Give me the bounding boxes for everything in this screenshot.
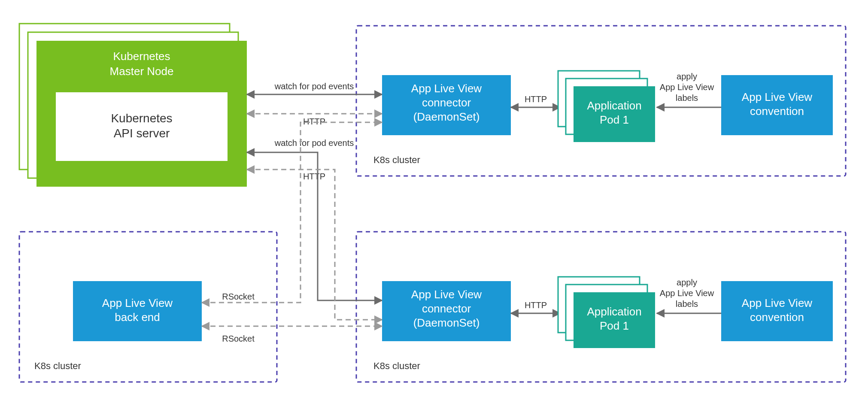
connector-top-l1: App Live View [411, 82, 482, 95]
connector-box-top: App Live View connector (DaemonSet) [382, 75, 511, 135]
svg-text:apply: apply [677, 278, 697, 287]
master-node-label-line2: Master Node [110, 65, 174, 78]
connector-bot-l1: App Live View [411, 288, 482, 301]
pod-top-l1: Application [587, 99, 641, 112]
backend-l2: back end [115, 311, 160, 324]
connector-bot-l3: (DaemonSet) [413, 316, 480, 329]
architecture-diagram: K8s cluster K8s cluster K8s cluster Kube… [0, 0, 868, 409]
cluster-label-bottom-left: K8s cluster [34, 361, 81, 371]
connector-bot-l2: connector [422, 302, 471, 315]
edge-label-http-bottom: HTTP [303, 172, 325, 181]
application-pod-bottom: Application Pod 1 [558, 277, 655, 348]
master-node-label-line1: Kubernetes [113, 50, 170, 63]
kubernetes-master-node: Kubernetes Master Node Kubernetes API se… [19, 24, 247, 187]
pod-top-l2: Pod 1 [600, 113, 629, 126]
application-pod-top: Application Pod 1 [558, 71, 655, 142]
connector-top-l3: (DaemonSet) [413, 110, 480, 123]
connector-top-l2: connector [422, 96, 471, 109]
edge-apply-labels-bottom-text: apply App Live View labels [660, 278, 714, 309]
svg-text:App Live View: App Live View [660, 288, 714, 298]
api-server-label-line2: API server [114, 127, 170, 140]
edge-http-bottom [247, 170, 382, 320]
conv-bot-l1: App Live View [742, 297, 813, 309]
edge-label-watch-top: watch for pod events [274, 82, 354, 91]
convention-box-top: App Live View convention [721, 75, 833, 135]
edge-label-http-pod-top: HTTP [525, 94, 547, 104]
cluster-label-top: K8s cluster [373, 155, 420, 165]
conv-top-l2: convention [750, 105, 804, 118]
svg-text:labels: labels [676, 299, 698, 309]
edge-label-http-pod-bottom: HTTP [525, 300, 547, 310]
svg-text:labels: labels [676, 93, 698, 103]
svg-text:apply: apply [677, 72, 697, 81]
svg-text:App Live View: App Live View [660, 82, 714, 92]
pod-bot-l2: Pod 1 [600, 319, 629, 332]
backend-l1: App Live View [102, 297, 173, 309]
edge-label-watch-bottom: watch for pod events [274, 138, 354, 148]
cluster-label-bottom-right: K8s cluster [373, 361, 420, 371]
backend-box: App Live View back end [73, 281, 202, 341]
connector-box-bottom: App Live View connector (DaemonSet) [382, 281, 511, 341]
edge-apply-labels-top-text: apply App Live View labels [660, 72, 714, 103]
edge-label-rsocket-bottom: RSocket [222, 334, 255, 343]
pod-bot-l1: Application [587, 305, 641, 318]
conv-bot-l2: convention [750, 311, 804, 324]
edge-label-http-top: HTTP [303, 117, 325, 126]
conv-top-l1: App Live View [742, 91, 813, 103]
convention-box-bottom: App Live View convention [721, 281, 833, 341]
api-server-label-line1: Kubernetes [111, 112, 172, 125]
edge-label-rsocket-top: RSocket [222, 292, 255, 301]
